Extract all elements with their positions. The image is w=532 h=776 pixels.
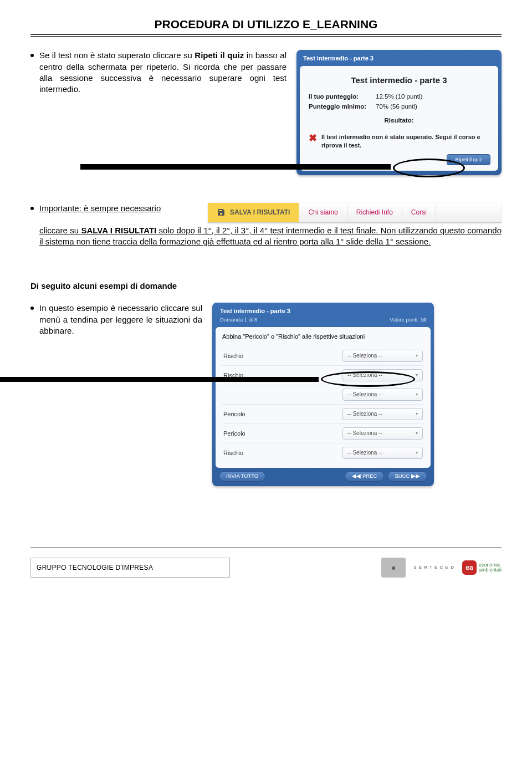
fail-icon: ✖ (309, 133, 317, 143)
select-placeholder: -- Seleziona -- (347, 391, 382, 399)
panel-header: Test intermedio - parte 3 (300, 53, 498, 66)
nav-strip: SALVA I RISULTATI Chi siamo Richiedi Inf… (208, 203, 502, 223)
title-rule (30, 34, 502, 37)
bullet-save-results: Importante: è sempre necessario (30, 203, 197, 214)
match-label: Pericolo (223, 410, 245, 418)
panel-title: Test intermedio - parte 3 (309, 75, 489, 86)
bullet-text: Se il test non è stato superato cliccare… (39, 50, 287, 95)
text-span: Importante: è sempre necessario (39, 203, 161, 213)
text-span: cliccare su (39, 226, 81, 235)
next-button[interactable]: SUCC ▶▶ (387, 471, 427, 482)
panel-result-wrap: Test intermedio - parte 3 Test intermedi… (296, 50, 502, 175)
text-span: Valore punti: (390, 316, 419, 323)
save-icon (217, 208, 226, 217)
text-bold: SALVA I RISULTATI (81, 226, 156, 235)
text-underline: Importante: è sempre necessario (39, 203, 161, 213)
bullet-example-dropdown: In questo esempio è necessario cliccare … (30, 303, 202, 336)
min-label: Punteggio minimo: (309, 103, 372, 111)
result-label: Risultato: (309, 116, 489, 125)
examples-heading: Di seguito alcuni esempi di domande (30, 280, 502, 292)
footer-company: GRUPPO TECNOLOGIE D'IMPRESA (30, 558, 230, 578)
save-label: SALVA I RISULTATI (230, 208, 290, 217)
nav-richiedi-info[interactable]: Richiedi Info (347, 203, 402, 222)
select-dropdown[interactable]: -- Seleziona --▾ (342, 369, 423, 381)
text-span: il 1°, il 2°, il 3°, il 4° test intermed… (197, 226, 378, 235)
match-label: Rischio (223, 352, 243, 360)
submit-all-button[interactable]: INVIA TUTTO (219, 471, 265, 482)
match-label: Pericolo (223, 430, 245, 438)
chevron-down-icon: ▾ (416, 392, 418, 398)
fail-message: Il test intermedio non è stato superato.… (321, 133, 489, 150)
save-results-continuation: cliccare su SALVA I RISULTATI solo dopo … (39, 225, 502, 248)
panel-question-wrap: Test intermedio - parte 3 Domanda 1 di 8… (212, 303, 434, 486)
serteced-label: S E R T E C E D (413, 565, 454, 571)
panel2-header: Test intermedio - parte 3 (220, 307, 290, 315)
doc-title: PROCEDURA DI UTILIZZO E_LEARNING (30, 17, 502, 34)
bullet-dot (30, 54, 34, 57)
bullet-text: In questo esempio è necessario cliccare … (39, 303, 202, 336)
select-placeholder: -- Seleziona -- (347, 430, 382, 437)
panel-test-result: Test intermedio - parte 3 Test intermedi… (296, 50, 502, 175)
chevron-down-icon: ▾ (416, 431, 418, 437)
question-counter: Domanda 1 di 8 (220, 316, 257, 324)
prev-button[interactable]: ◀◀ PREC (345, 471, 384, 482)
nav-chi-siamo[interactable]: Chi siamo (299, 203, 347, 222)
repeat-quiz-button[interactable]: Ripeti il quiz (447, 154, 490, 165)
logo-placeholder: ▦ (381, 558, 406, 578)
points-value: 10 (420, 316, 426, 323)
ea-badge-icon: ea (462, 560, 477, 575)
min-value: 70% (56 punti) (376, 103, 417, 111)
select-dropdown[interactable]: -- Seleziona --▾ (342, 427, 423, 440)
panel-question: Test intermedio - parte 3 Domanda 1 di 8… (212, 303, 434, 486)
score-label: Il tuo punteggio: (309, 93, 372, 101)
text-span: solo dopo (156, 226, 195, 235)
question-body: Abbina "Pericolo" o "Rischio" alle rispe… (216, 327, 431, 468)
bullet-dot (30, 207, 34, 210)
panel-body: Test intermedio - parte 3 Il tuo puntegg… (300, 66, 498, 170)
points-label: Valore punti: 10 (390, 316, 426, 324)
bullet-retake-quiz: Se il test non è stato superato cliccare… (30, 50, 287, 95)
text-bold: Ripeti il quiz (195, 50, 246, 60)
chevron-down-icon: ▾ (416, 372, 418, 379)
select-placeholder: -- Seleziona -- (347, 371, 382, 379)
chevron-down-icon: ▾ (416, 411, 418, 417)
score-value: 12.5% (10 punti) (376, 93, 422, 101)
match-label: Rischio (223, 371, 243, 380)
page-footer: GRUPPO TECNOLOGIE D'IMPRESA ▦ S E R T E … (30, 547, 502, 586)
select-placeholder: -- Seleziona -- (347, 410, 382, 418)
select-dropdown[interactable]: -- Seleziona --▾ (342, 350, 423, 362)
nav-corsi[interactable]: Corsi (402, 203, 436, 222)
chevron-down-icon: ▾ (416, 450, 418, 456)
question-text: Abbina "Pericolo" o "Rischio" alle rispe… (222, 333, 424, 341)
text-span: Se il test non è stato superato cliccare… (39, 50, 195, 60)
chevron-down-icon: ▾ (416, 353, 418, 359)
match-label: Rischio (223, 449, 243, 457)
ea-tagline: economie ambientali (479, 563, 502, 573)
save-results-button[interactable]: SALVA I RISULTATI (208, 203, 299, 222)
footer-logos: ▦ S E R T E C E D ea economie ambientali (381, 558, 502, 578)
select-placeholder: -- Seleziona -- (347, 352, 382, 360)
select-dropdown[interactable]: -- Seleziona --▾ (342, 447, 423, 459)
select-dropdown[interactable]: -- Seleziona --▾ (342, 389, 423, 401)
select-dropdown[interactable]: -- Seleziona --▾ (342, 408, 423, 420)
ea-logo: ea economie ambientali (462, 560, 502, 575)
bullet-dot (30, 307, 34, 310)
select-placeholder: -- Seleziona -- (347, 449, 382, 457)
